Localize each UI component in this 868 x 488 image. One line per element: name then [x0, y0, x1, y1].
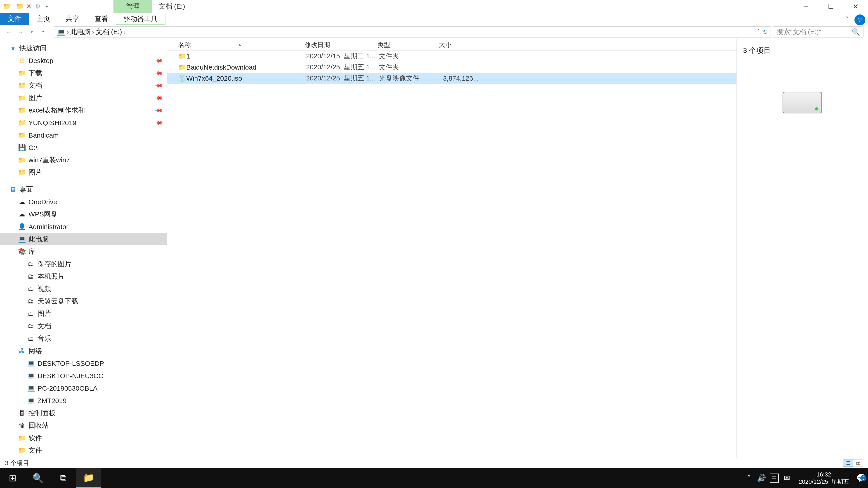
- item-icon: ☁: [18, 210, 26, 218]
- tab-drive-tools[interactable]: 驱动器工具: [116, 13, 165, 25]
- refresh-icon[interactable]: ↻: [763, 28, 768, 36]
- column-name[interactable]: 名称▲: [178, 41, 305, 49]
- forward-button[interactable]: →: [16, 28, 25, 37]
- navpane-item[interactable]: 🗂 保存的图片: [0, 258, 166, 270]
- navpane-item[interactable]: 🗂 本机照片: [0, 270, 166, 283]
- preview-item-count: 3 个项目: [743, 46, 771, 56]
- navpane-item[interactable]: 📁 Bandicam: [0, 129, 166, 141]
- clock[interactable]: 16:32 2020/12/25, 星期五: [793, 471, 855, 485]
- search-icon[interactable]: 🔍: [852, 28, 860, 36]
- ribbon-tabs: 文件 主页 共享 查看 驱动器工具 ˅ ?: [0, 13, 868, 25]
- tray-app-icon[interactable]: ✉: [780, 474, 793, 482]
- chevron-right-icon[interactable]: ›: [123, 28, 126, 36]
- tray-overflow-icon[interactable]: ˄: [743, 474, 755, 482]
- file-row[interactable]: 💿 Win7x64_2020.iso 2020/12/25, 星期五 1... …: [167, 73, 737, 84]
- search-button[interactable]: 🔍: [25, 468, 51, 488]
- taskbar-file-explorer[interactable]: 📁: [76, 468, 101, 488]
- folder-icon: 🖥: [18, 57, 26, 64]
- navpane-item[interactable]: 💻 DESKTOP-LSSOEDP: [0, 357, 166, 369]
- navpane-item[interactable]: 📁 文档 📌: [0, 79, 166, 92]
- minimize-button[interactable]: ─: [794, 0, 818, 13]
- folder-icon: 📁: [18, 82, 26, 89]
- file-date: 2020/12/25, 星期五 1...: [306, 63, 379, 72]
- start-button[interactable]: ⊞: [0, 468, 25, 488]
- navpane-quick-access[interactable]: ★ 快速访问: [0, 42, 166, 55]
- ribbon-collapse-icon[interactable]: ˅: [843, 13, 852, 25]
- navpane-item[interactable]: 👤 Administrator: [0, 221, 166, 233]
- properties-icon[interactable]: ⚙: [34, 2, 42, 11]
- back-button[interactable]: ←: [4, 28, 13, 37]
- column-headers[interactable]: 名称▲ 修改日期 类型 大小: [167, 39, 737, 51]
- navpane-item[interactable]: 📁 文件: [0, 444, 166, 457]
- chevron-right-icon[interactable]: ›: [92, 28, 94, 36]
- view-details-button[interactable]: ☰: [843, 459, 853, 467]
- dropdown-icon[interactable]: ▾: [43, 2, 51, 11]
- folder-icon: 📁: [16, 2, 24, 11]
- navpane-network[interactable]: 🖧 网络: [0, 345, 166, 357]
- navpane-item[interactable]: 🗂 视频: [0, 283, 166, 295]
- navpane-item[interactable]: 🗂 文档: [0, 320, 166, 332]
- navpane-item[interactable]: 🎛 控制面板: [0, 407, 166, 419]
- pin-icon: 📌: [154, 118, 163, 127]
- pin-icon: 📌: [154, 81, 163, 90]
- navigation-pane[interactable]: ★ 快速访问 🖥 Desktop 📌 📁 下载 📌 📁 文档 📌 📁 图片 📌 …: [0, 39, 167, 458]
- navpane-item[interactable]: ☁ OneDrive: [0, 196, 166, 208]
- navpane-item[interactable]: ☁ WPS网盘: [0, 208, 166, 221]
- chevron-right-icon[interactable]: ›: [67, 28, 69, 36]
- pin-icon: 📌: [154, 68, 163, 78]
- up-button[interactable]: ↑: [38, 28, 48, 37]
- action-center-icon[interactable]: 💬 3: [855, 473, 868, 483]
- folder-icon: 📁: [18, 94, 26, 102]
- task-view-button[interactable]: ⧉: [51, 468, 76, 488]
- file-row[interactable]: 📁 BaiduNetdiskDownload 2020/12/25, 星期五 1…: [167, 62, 737, 73]
- navpane-item[interactable]: 📚 库: [0, 246, 166, 258]
- search-input[interactable]: 搜索"文档 (E:)" 🔍: [773, 26, 864, 38]
- navpane-item[interactable]: 💻 ZMT2019: [0, 394, 166, 407]
- file-type: 文件夹: [379, 52, 440, 61]
- navpane-item[interactable]: 📁 图片 📌: [0, 92, 166, 104]
- contextual-tab-manage[interactable]: 管理: [114, 0, 152, 13]
- navpane-item[interactable]: 📁 下载 📌: [0, 67, 166, 79]
- navpane-item[interactable]: 📁 win7重装win7: [0, 154, 166, 166]
- navpane-item[interactable]: 📁 软件: [0, 432, 166, 444]
- column-size[interactable]: 大小: [439, 41, 477, 49]
- tab-file[interactable]: 文件: [0, 13, 29, 25]
- navpane-item[interactable]: 📁 图片: [0, 166, 166, 179]
- tab-view[interactable]: 查看: [87, 13, 116, 25]
- breadcrumb[interactable]: 💻 › 此电脑 › 文档 (E:) › ˅ ↻: [54, 26, 771, 38]
- sort-asc-icon: ▲: [238, 42, 242, 47]
- column-date[interactable]: 修改日期: [305, 41, 377, 49]
- navpane-item[interactable]: 🗂 音乐: [0, 332, 166, 345]
- pc-icon: 💻: [57, 28, 65, 36]
- navpane-item[interactable]: 🗂 天翼云盘下载: [0, 295, 166, 307]
- volume-icon[interactable]: 🔊: [755, 474, 768, 482]
- crumb-root[interactable]: 此电脑: [70, 27, 91, 37]
- maximize-button[interactable]: ☐: [818, 0, 843, 13]
- delete-icon[interactable]: ✕: [25, 2, 33, 11]
- navpane-item[interactable]: 💾 G:\: [0, 141, 166, 154]
- status-item-count: 3 个项目: [5, 459, 29, 467]
- navpane-item[interactable]: 💻 PC-20190530OBLA: [0, 382, 166, 394]
- view-icons-button[interactable]: ▦: [853, 459, 863, 467]
- history-dropdown-icon[interactable]: ▾: [27, 28, 36, 37]
- navpane-item[interactable]: 💻 DESKTOP-NJEU3CG: [0, 369, 166, 382]
- ime-icon[interactable]: 中: [770, 474, 779, 483]
- close-button[interactable]: ✕: [843, 0, 868, 13]
- window-controls: ─ ☐ ✕: [794, 0, 868, 13]
- file-row[interactable]: 📁 1 2020/12/15, 星期二 1... 文件夹: [167, 51, 737, 62]
- help-icon[interactable]: ?: [855, 14, 865, 25]
- navpane-item[interactable]: 💻 此电脑: [0, 233, 166, 246]
- taskbar[interactable]: ⊞ 🔍 ⧉ 📁 ˄ 🔊 中 ✉ 16:32 2020/12/25, 星期五 💬 …: [0, 468, 868, 488]
- crumb-leaf[interactable]: 文档 (E:): [96, 27, 122, 37]
- navpane-item[interactable]: 📁 YUNQISHI2019 📌: [0, 117, 166, 129]
- navpane-item[interactable]: 🖥 Desktop 📌: [0, 55, 166, 67]
- column-type[interactable]: 类型: [377, 41, 439, 49]
- tab-home[interactable]: 主页: [29, 13, 58, 25]
- navpane-desktop[interactable]: 🖥 桌面: [0, 183, 166, 196]
- chevron-down-icon[interactable]: ˅: [757, 28, 760, 36]
- navpane-item[interactable]: 🗑 回收站: [0, 419, 166, 432]
- tab-share[interactable]: 共享: [58, 13, 87, 25]
- navpane-item[interactable]: 🗂 图片: [0, 307, 166, 320]
- item-icon: 👤: [18, 223, 26, 230]
- navpane-item[interactable]: 📁 excel表格制作求和 📌: [0, 104, 166, 117]
